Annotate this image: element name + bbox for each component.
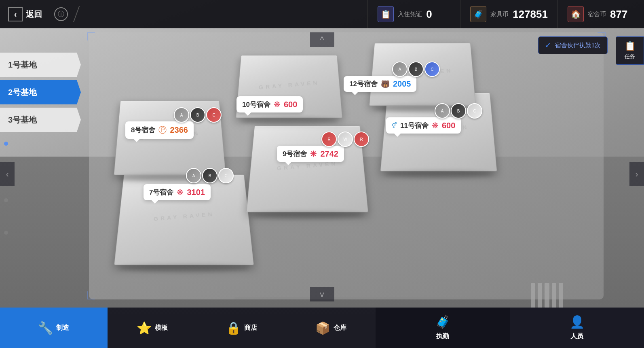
task-notification: ✓ 宿舍伙伴执勤1次 xyxy=(538,36,608,54)
dorm10-label[interactable]: 10号宿舍 ❋ 600 xyxy=(236,96,303,112)
dorm8-label[interactable]: 8号宿舍 Ⓟ 2366 xyxy=(125,121,194,139)
side-navigation: 1号基地 2号基地 3号基地 xyxy=(0,53,81,132)
nav-arrow-down[interactable]: v xyxy=(310,287,334,301)
bottom-nav-personnel[interactable]: 👤 人员 xyxy=(510,308,644,348)
shop-icon: 🔒 xyxy=(226,321,241,335)
dorm8-avatars: A B C xyxy=(174,107,222,123)
bottom-navigation: 🔧 制造 ⭐ 模板 🔒 商店 📦 仓库 🧳 执勤 👤 人员 xyxy=(0,308,644,348)
template-icon: ⭐ xyxy=(137,321,152,335)
dorm-currency: 🏠 宿舍币 877 xyxy=(557,0,644,28)
avatar: B xyxy=(451,103,466,119)
sidebar-item-base3[interactable]: 3号基地 xyxy=(0,108,81,132)
avatar: C xyxy=(467,103,482,119)
nav-arrow-up[interactable]: ^ xyxy=(310,32,334,47)
back-button[interactable]: ‹ 返回 xyxy=(0,7,50,21)
header-divider xyxy=(73,6,80,22)
dorm9-avatars: R W R xyxy=(321,132,369,147)
bottom-nav-template[interactable]: ⭐ 模板 xyxy=(108,308,197,348)
checkin-currency: 📋 入住凭证 0 xyxy=(367,0,460,28)
dorm12-label[interactable]: 12号宿舍 🐻 2005 xyxy=(344,76,416,92)
nav-arrow-left[interactable]: ‹ xyxy=(0,162,15,186)
avatar: A xyxy=(186,168,201,183)
sidebar-item-base2[interactable]: 2号基地 xyxy=(0,80,81,104)
avatar: A xyxy=(435,103,450,119)
bottom-nav-warehouse[interactable]: 📦 仓库 xyxy=(286,308,376,348)
avatar: A xyxy=(174,107,189,123)
bottom-nav-shop[interactable]: 🔒 商店 xyxy=(197,308,286,348)
avatar: B xyxy=(190,107,205,123)
active-indicator xyxy=(0,89,2,95)
task-button-icon: 📋 xyxy=(625,41,636,51)
currency-group: 📋 入住凭证 0 🧳 家具币 127851 🏠 宿舍币 877 xyxy=(367,0,644,28)
task-button[interactable]: 📋 任务 xyxy=(616,36,644,65)
bottom-nav-duty[interactable]: 🧳 执勤 xyxy=(376,308,510,348)
checkin-icon: 📋 xyxy=(378,6,394,22)
duty-icon: 🧳 xyxy=(435,315,450,329)
avatar: R xyxy=(354,132,369,147)
avatar: W xyxy=(338,132,353,147)
avatar: R xyxy=(321,132,337,147)
furniture-icon: 🧳 xyxy=(470,6,486,22)
info-button[interactable]: ⓘ xyxy=(54,7,68,21)
dorm7-avatars: A B C xyxy=(186,168,234,183)
header: ‹ 返回 ⓘ 📋 入住凭证 0 🧳 家具币 127851 🏠 宿舍币 877 xyxy=(0,0,644,28)
warehouse-icon: 📦 xyxy=(315,321,330,335)
avatar: C xyxy=(218,168,234,183)
nav-arrow-right[interactable]: › xyxy=(629,162,644,186)
avatar: A xyxy=(392,62,408,77)
bottom-nav-craft[interactable]: 🔧 制造 xyxy=(0,308,108,348)
furniture-currency: 🧳 家具币 127851 xyxy=(460,0,557,28)
dorm11-label[interactable]: ⚥ 11号宿舍 ❋ 600 xyxy=(386,117,461,134)
avatar: C xyxy=(206,107,222,123)
avatar: B xyxy=(202,168,217,183)
avatar: C xyxy=(424,62,440,77)
dorm-icon: 🏠 xyxy=(568,6,584,22)
dorm7-label[interactable]: 7号宿舍 ❋ 3101 xyxy=(144,184,211,200)
craft-icon: 🔧 xyxy=(38,321,53,335)
personnel-icon: 👤 xyxy=(570,315,585,329)
dorm11-avatars: A B C xyxy=(435,103,482,119)
dorm9-label[interactable]: 9号宿舍 ❋ 2742 xyxy=(277,146,344,162)
task-check-icon: ✓ xyxy=(545,41,551,50)
back-arrow-icon: ‹ xyxy=(8,7,23,21)
dorm12-avatars: A B C xyxy=(392,62,440,77)
avatar: B xyxy=(408,62,424,77)
sidebar-item-base1[interactable]: 1号基地 xyxy=(0,53,81,77)
